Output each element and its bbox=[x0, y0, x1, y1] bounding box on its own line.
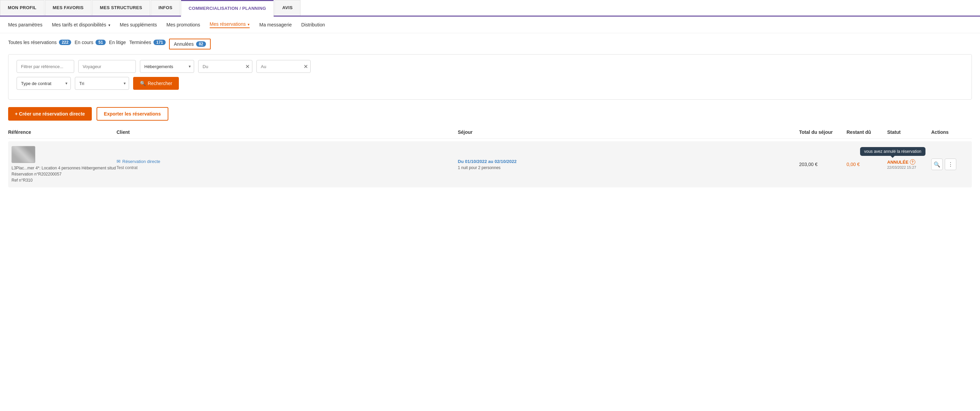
action-buttons-row: + Créer une réservation directe Exporter… bbox=[0, 104, 980, 126]
table-row: L3Plac...mer 4*: Location 4 personnes Hé… bbox=[8, 141, 972, 187]
type-contrat-select-wrapper: Type de contrat bbox=[17, 77, 71, 90]
badge-en-cours: 51 bbox=[95, 40, 105, 45]
tri-select[interactable]: Tri bbox=[75, 77, 129, 90]
tab-mes-favoris[interactable]: MES FAVORIS bbox=[45, 0, 91, 16]
secondary-navigation: Mes paramètres Mes tarifs et disponibili… bbox=[0, 17, 980, 33]
hebergement-select-wrapper: Hébergements bbox=[140, 60, 194, 73]
col-header-actions: Actions bbox=[931, 129, 972, 135]
date-au-wrapper: ✕ bbox=[256, 60, 311, 73]
search-icon: 🔍 bbox=[140, 81, 146, 86]
filter-tab-terminees[interactable]: Terminées 171 bbox=[129, 40, 166, 48]
tab-mon-profil[interactable]: MON PROFIL bbox=[0, 0, 45, 16]
sec-nav-messagerie[interactable]: Ma messagerie bbox=[259, 22, 292, 27]
col-header-statut: Statut bbox=[887, 129, 931, 135]
magnify-icon: 🔍 bbox=[934, 161, 940, 168]
create-reservation-button[interactable]: + Créer une réservation directe bbox=[8, 107, 92, 121]
sec-nav-reservations[interactable]: Mes réservations ▾ bbox=[210, 21, 250, 28]
voyageur-input[interactable] bbox=[78, 60, 136, 73]
col-header-client: Client bbox=[116, 129, 458, 135]
filter-tab-en-cours[interactable]: En cours 51 bbox=[75, 40, 106, 48]
type-contrat-select[interactable]: Type de contrat bbox=[17, 77, 71, 90]
top-navigation: MON PROFIL MES FAVORIS MES STRUCTURES IN… bbox=[0, 0, 980, 17]
ref-reservation-number: Réservation n°R202200057 bbox=[11, 172, 116, 177]
reservation-filter-tabs: Toutes les réservations 222 En cours 51 … bbox=[0, 33, 980, 49]
tab-mes-structures[interactable]: MES STRUCTURES bbox=[92, 0, 150, 16]
reservations-table: Référence Client Séjour Total du séjour … bbox=[0, 126, 980, 187]
statut-date: 22/03/2022 15:27 bbox=[887, 165, 916, 169]
sejour-cell: Du 01/10/2022 au 02/10/2022 1 nuit pour … bbox=[458, 159, 799, 170]
badge-annulees: 82 bbox=[196, 41, 206, 47]
date-du-wrapper: ✕ bbox=[198, 60, 252, 73]
reference-cell: L3Plac...mer 4*: Location 4 personnes Hé… bbox=[8, 146, 116, 183]
sec-nav-parametres[interactable]: Mes paramètres bbox=[8, 22, 42, 27]
hebergement-select[interactable]: Hébergements bbox=[140, 60, 194, 73]
col-header-total: Total du séjour bbox=[799, 129, 846, 135]
reference-input[interactable] bbox=[17, 60, 74, 73]
reservation-thumbnail bbox=[11, 146, 35, 163]
view-action-button[interactable]: 🔍 bbox=[931, 159, 943, 170]
chevron-down-icon: ▾ bbox=[247, 22, 250, 26]
export-reservations-button[interactable]: Exporter les réservations bbox=[97, 107, 169, 121]
search-button[interactable]: 🔍 Rechercher bbox=[133, 77, 179, 90]
tab-avis[interactable]: AVIS bbox=[274, 0, 301, 16]
sejour-detail: 1 nuit pour 2 personnes bbox=[458, 165, 799, 170]
filter-tab-toutes[interactable]: Toutes les réservations 222 bbox=[8, 40, 71, 48]
total-cell: 203,00 € bbox=[799, 162, 846, 167]
col-header-sejour: Séjour bbox=[458, 129, 799, 135]
badge-terminees: 171 bbox=[153, 40, 165, 45]
date-au-input[interactable] bbox=[256, 60, 311, 73]
tri-select-wrapper: Tri bbox=[75, 77, 129, 90]
filter-tab-annulees[interactable]: Annulées 82 bbox=[169, 39, 211, 49]
search-filter-panel: Hébergements ✕ ✕ Type de contrat Tri 🔍 R… bbox=[8, 54, 972, 100]
sec-nav-promotions[interactable]: Mes promotions bbox=[166, 22, 200, 27]
client-cell: ✉ Réservation directe Test contrat bbox=[116, 159, 458, 170]
table-header-row: Référence Client Séjour Total du séjour … bbox=[8, 126, 972, 139]
sec-nav-tarifs[interactable]: Mes tarifs et disponibilités ▾ bbox=[52, 22, 110, 27]
tooltip-annulation: vous avez annulé la réservation bbox=[860, 147, 926, 156]
dots-icon: ⋮ bbox=[948, 161, 953, 168]
info-icon[interactable]: ? bbox=[910, 159, 915, 165]
sec-nav-distribution[interactable]: Distribution bbox=[301, 22, 325, 27]
date-du-clear-button[interactable]: ✕ bbox=[245, 63, 250, 70]
restant-du-cell: 0,00 € bbox=[846, 162, 887, 167]
filter-row-2: Type de contrat Tri 🔍 Rechercher bbox=[17, 77, 963, 90]
date-au-clear-button[interactable]: ✕ bbox=[304, 63, 308, 70]
filter-row-1: Hébergements ✕ ✕ bbox=[17, 60, 963, 73]
sec-nav-supplements[interactable]: Mes suppléments bbox=[120, 22, 157, 27]
badge-toutes: 222 bbox=[59, 40, 71, 45]
tab-commercialisation-planning[interactable]: COMMERCIALISATION / PLANNING bbox=[181, 0, 274, 17]
ref-ref-number: Ref n°R310 bbox=[11, 178, 116, 183]
client-link[interactable]: ✉ Réservation directe bbox=[116, 159, 458, 164]
ref-description: L3Plac...mer 4*: Location 4 personnes Hé… bbox=[11, 166, 116, 170]
client-sub: Test contrat bbox=[116, 165, 458, 170]
chevron-down-icon: ▾ bbox=[107, 23, 110, 27]
statut-cell: vous avez annulé la réservation ANNULÉE … bbox=[887, 159, 931, 169]
col-header-restant: Restant dû bbox=[846, 129, 887, 135]
statut-badge: ANNULÉE ? bbox=[887, 159, 915, 165]
filter-tab-en-litige[interactable]: En litige bbox=[109, 40, 126, 48]
actions-cell: 🔍 ⋮ bbox=[931, 159, 972, 170]
more-actions-button[interactable]: ⋮ bbox=[945, 159, 956, 170]
col-header-reference: Référence bbox=[8, 129, 116, 135]
sejour-dates: Du 01/10/2022 au 02/10/2022 bbox=[458, 159, 799, 164]
date-du-input[interactable] bbox=[198, 60, 252, 73]
mail-icon: ✉ bbox=[116, 159, 121, 164]
tab-infos[interactable]: INFOS bbox=[151, 0, 180, 16]
